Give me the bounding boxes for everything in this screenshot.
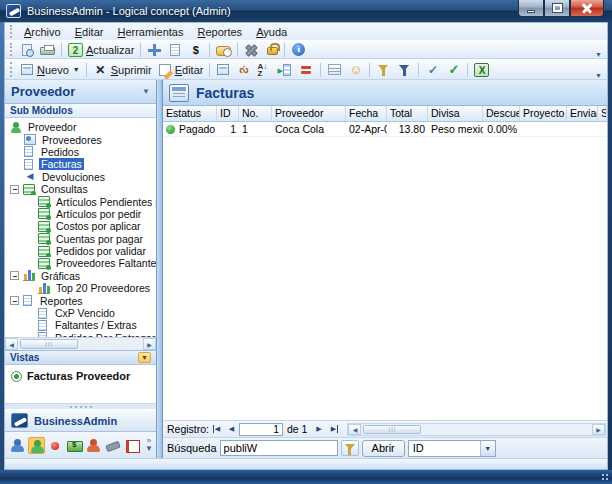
scrollbar-thumb[interactable]: ||| — [363, 425, 421, 434]
remove-column-button[interactable] — [296, 62, 317, 78]
column-divisa[interactable]: Divisa — [428, 106, 483, 121]
tree-item-graficas[interactable]: Gráficas — [5, 270, 156, 282]
grid-view-button[interactable] — [324, 62, 345, 77]
view-item-facturas-proveedor[interactable]: Facturas Proveedor — [11, 370, 150, 382]
column-enviado[interactable]: Enviado — [567, 106, 598, 121]
currency-button[interactable]: $ — [185, 42, 206, 58]
search-input[interactable] — [220, 440, 338, 456]
close-button[interactable] — [570, 0, 604, 17]
user-orange-icon[interactable] — [85, 437, 102, 454]
tree-item-cxp-vencido[interactable]: CxP Vencido — [5, 307, 156, 319]
column-fecha[interactable]: Fecha — [346, 106, 387, 121]
minimize-button[interactable] — [518, 0, 544, 17]
scroll-right-icon[interactable]: ▶ — [592, 424, 605, 435]
suprimir-button[interactable]: ✕Suprimir — [90, 62, 155, 78]
editar-button[interactable]: Editar — [155, 62, 207, 78]
properties-button[interactable] — [213, 62, 233, 77]
user-green-icon[interactable] — [28, 437, 45, 454]
record-position-input[interactable] — [239, 423, 283, 436]
lock-button[interactable] — [262, 43, 281, 56]
user-blue-icon[interactable] — [9, 437, 26, 454]
smiley-button[interactable]: ☺ — [345, 62, 366, 78]
actualizar-button[interactable]: 2Actualizar — [65, 42, 137, 58]
scroll-left-icon[interactable]: ◀ — [348, 424, 361, 435]
tree-item-facturas[interactable]: Facturas — [5, 158, 156, 170]
title-bar[interactable]: BusinessAdmin - Logical concept (Admin) — [0, 0, 612, 22]
vistas-dropdown-icon[interactable]: ▼ — [138, 352, 151, 363]
toolbar-overflow-button[interactable]: ▼ — [592, 51, 605, 58]
first-record-button[interactable]: ◀ — [209, 423, 224, 436]
menu-ayuda[interactable]: Ayuda — [249, 25, 294, 39]
search-field-combobox[interactable]: ID ▼ — [408, 440, 496, 457]
collapse-icon[interactable] — [10, 296, 19, 305]
search-filter-button[interactable] — [341, 440, 359, 456]
column-no[interactable]: No. — [239, 106, 272, 121]
abrir-button[interactable]: Abrir — [362, 440, 405, 457]
tree-item-proveedores[interactable]: Proveedores — [5, 133, 156, 145]
column-estatus[interactable]: Estatus — [163, 106, 217, 121]
send-button[interactable]: ᔔ — [233, 62, 254, 78]
column-id[interactable]: ID — [217, 106, 239, 121]
menu-reportes[interactable]: Reportes — [190, 25, 249, 39]
more-buttons-chevron[interactable]: »▼ — [142, 437, 156, 454]
add-column-button[interactable] — [275, 62, 296, 78]
tree-item-cuentas-por-pagar[interactable]: Cuentas por pagar — [5, 233, 156, 245]
validate-button[interactable]: ✓ — [422, 62, 443, 78]
tree-item-faltantes-extras[interactable]: Faltantes / Extras — [5, 319, 156, 331]
print-preview-button[interactable] — [17, 42, 37, 58]
next-record-button[interactable]: ▶ — [311, 423, 326, 436]
module-header[interactable]: Proveedor ▼ — [5, 80, 156, 104]
maximize-button[interactable] — [544, 0, 570, 17]
move-button[interactable] — [144, 42, 165, 58]
confirm-button[interactable]: ✓ — [443, 62, 464, 78]
page-button[interactable] — [165, 42, 185, 58]
print-button[interactable] — [37, 43, 58, 56]
tree-item-pedidos[interactable]: Pedidos — [5, 146, 156, 158]
scrollbar-thumb[interactable]: ||| — [20, 339, 78, 349]
history-button[interactable] — [213, 43, 234, 57]
scroll-left-icon[interactable]: ◀ — [5, 338, 18, 350]
collapse-icon[interactable] — [10, 271, 19, 280]
excel-export-button[interactable]: X — [471, 62, 492, 78]
tree-item-top-20-proveedores[interactable]: Top 20 Proveedores — [5, 282, 156, 294]
column-descuento[interactable]: Descue... — [483, 106, 520, 121]
tree-item-articulos-por-pedir[interactable]: Artículos por pedir — [5, 208, 156, 220]
column-proyecto[interactable]: Proyecto — [520, 106, 567, 121]
module-dropdown-icon[interactable]: ▼ — [142, 87, 150, 96]
column-proveedor[interactable]: Proveedor — [272, 106, 346, 121]
tree-horizontal-scrollbar[interactable]: ◀ ||| ▶ — [5, 337, 156, 350]
filter-edit-button[interactable] — [373, 62, 394, 78]
tree-item-pedidos-por-validar[interactable]: Pedidos por validar — [5, 245, 156, 257]
tree-item-articulos-pendientes[interactable]: Artículos Pendientes por S — [5, 195, 156, 207]
chevron-down-icon[interactable]: ▼ — [480, 441, 495, 456]
sort-button[interactable]: A↓Z — [254, 62, 275, 78]
filter-button[interactable] — [394, 62, 415, 78]
column-total[interactable]: Total — [387, 106, 428, 121]
menu-herramientas[interactable]: Herramientas — [110, 25, 190, 39]
vistas-header[interactable]: Vistas ▼ — [5, 350, 156, 365]
tree-item-consultas[interactable]: Consultas — [5, 183, 156, 195]
collapse-icon[interactable] — [10, 185, 19, 194]
status-red-icon[interactable] — [47, 437, 64, 454]
menu-editar[interactable]: Editar — [68, 25, 111, 39]
checkbook-icon[interactable] — [123, 437, 140, 454]
nuevo-dropdown-arrow[interactable]: ▼ — [73, 66, 80, 73]
tree-item-devoluciones[interactable]: ◀Devoluciones — [5, 171, 156, 183]
menu-archivo[interactable]: Archivo — [17, 25, 68, 39]
tools-button[interactable] — [241, 42, 262, 58]
nuevo-button[interactable]: Nuevo▼ — [17, 62, 83, 77]
previous-record-button[interactable]: ◀ — [224, 423, 239, 436]
column-su[interactable]: Su — [598, 106, 607, 121]
cash-icon[interactable] — [66, 437, 83, 454]
toolbar-overflow-button[interactable]: ▼ — [592, 72, 605, 79]
radio-selected-icon[interactable] — [11, 371, 22, 382]
last-record-button[interactable]: ▶ — [326, 423, 341, 436]
scroll-right-icon[interactable]: ▶ — [143, 338, 156, 350]
table-row[interactable]: Pagado 1 1 Coca Cola 02-Apr-08 13.80 Pes… — [163, 122, 607, 137]
businessadmin-button[interactable]: BusinessAdmin — [5, 409, 156, 432]
tree-item-reportes[interactable]: Reportes — [5, 294, 156, 306]
grid-horizontal-scrollbar[interactable]: ◀ ||| ▶ — [347, 423, 606, 436]
tool-icon[interactable] — [104, 437, 121, 454]
tree-item-costos-por-aplicar[interactable]: Costos por aplicar — [5, 220, 156, 232]
tree-item-proveedores-faltantes[interactable]: Proveedores Faltantes / Ex — [5, 257, 156, 269]
